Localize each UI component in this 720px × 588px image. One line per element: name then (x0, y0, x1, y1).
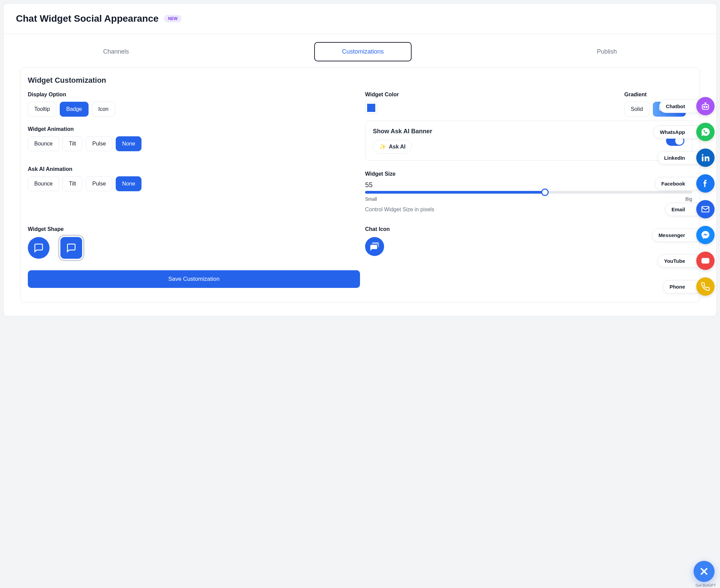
slider-fill (365, 191, 545, 194)
display-option-tooltip[interactable]: Tooltip (28, 102, 56, 117)
facebook-icon (696, 174, 715, 193)
float-label: YouTube (658, 254, 699, 268)
svg-rect-3 (702, 157, 704, 161)
widget-shape-label: Widget Shape (28, 226, 355, 232)
widget-color-section: Widget Color (365, 92, 617, 117)
main-tabs: Channels Customizations Publish (4, 34, 716, 67)
mail-icon (696, 200, 715, 218)
ask-ai-chip-label: Ask AI (389, 144, 405, 150)
widget-animation-pulse[interactable]: Pulse (86, 136, 112, 151)
float-linkedin[interactable]: LinkedIn (652, 149, 715, 167)
widget-animation-none[interactable]: None (116, 136, 141, 151)
svg-point-1 (704, 106, 705, 108)
page-card: Chat Widget Social Appearance NEW Channe… (3, 3, 717, 316)
widget-shape-square[interactable] (60, 237, 82, 259)
widget-color-swatch (367, 104, 375, 112)
chat-bubbles-icon (370, 241, 380, 252)
page-header: Chat Widget Social Appearance NEW (4, 4, 716, 34)
float-label: Messenger (652, 229, 699, 242)
widget-color-label: Widget Color (365, 92, 617, 98)
ask-ai-animation-pulse[interactable]: Pulse (86, 176, 112, 191)
ask-ai-chip[interactable]: ✨ Ask AI (373, 140, 412, 154)
widget-animation-label: Widget Animation (28, 126, 355, 132)
float-label: Email (665, 203, 699, 216)
ask-ai-banner-card: Show Ask AI Banner ✨ Ask AI (365, 121, 692, 161)
widget-size-value: 55 (365, 181, 692, 189)
float-label: WhatsApp (653, 125, 699, 139)
floating-social-menu: ChatbotWhatsAppLinkedInFacebookEmailMess… (652, 97, 715, 296)
svg-point-4 (702, 154, 704, 156)
widget-size-hint: Control Widget Size in pixels (365, 207, 692, 213)
float-youtube[interactable]: YouTube (652, 252, 715, 270)
phone-icon (696, 277, 715, 296)
chat-icon-label: Chat Icon (365, 226, 692, 232)
float-label: Chatbot (659, 100, 699, 113)
svg-point-2 (706, 106, 707, 108)
display-option-icon[interactable]: Icon (92, 102, 115, 117)
widget-size-slider[interactable]: 55 Small Big Control Widget Size in pixe… (365, 181, 692, 213)
float-label: LinkedIn (658, 151, 699, 164)
tab-publish[interactable]: Publish (583, 44, 630, 59)
widget-shape-section: Widget Shape (28, 226, 355, 259)
sparkle-icon: ✨ (379, 143, 386, 150)
chat-bubble-icon (66, 243, 76, 253)
save-customization-button[interactable]: Save Customization (28, 270, 360, 288)
tab-channels[interactable]: Channels (90, 44, 143, 59)
float-label: Phone (663, 280, 699, 293)
display-option-section: Display Option Tooltip Badge Icon Widget… (28, 92, 355, 213)
linkedin-icon (696, 149, 715, 167)
widget-shape-circle[interactable] (28, 237, 50, 259)
whatsapp-icon (696, 123, 715, 141)
ask-ai-banner-title: Show Ask AI Banner (373, 128, 432, 135)
chat-bubble-icon (34, 243, 44, 253)
bot-icon (696, 97, 715, 115)
display-option-badge[interactable]: Badge (60, 102, 88, 117)
new-badge: NEW (164, 15, 182, 22)
slider-min-label: Small (365, 196, 377, 202)
widget-size-label: Widget Size (365, 171, 692, 177)
messenger-icon (696, 226, 715, 244)
page-title: Chat Widget Social Appearance (16, 13, 158, 24)
float-messenger[interactable]: Messenger (652, 226, 715, 244)
ask-ai-animation-tilt[interactable]: Tilt (62, 176, 82, 191)
ask-ai-animation-bounce[interactable]: Bounce (28, 176, 59, 191)
float-phone[interactable]: Phone (652, 277, 715, 296)
widget-animation-bounce[interactable]: Bounce (28, 136, 59, 151)
svg-rect-0 (702, 104, 709, 109)
gradient-solid[interactable]: Solid (624, 102, 649, 117)
widget-animation-tilt[interactable]: Tilt (62, 136, 82, 151)
youtube-icon (696, 252, 715, 270)
slider-thumb[interactable] (541, 189, 549, 196)
chat-icon-section: Chat Icon (365, 226, 692, 259)
float-facebook[interactable]: Facebook (652, 174, 715, 193)
chat-icon-option[interactable] (365, 237, 384, 256)
float-whatsapp[interactable]: WhatsApp (652, 123, 715, 141)
widget-color-picker[interactable] (365, 102, 377, 114)
float-chatbot[interactable]: Chatbot (652, 97, 715, 115)
slider-track[interactable] (365, 191, 692, 194)
right-column: Widget Color Gradient Solid Gradient (365, 92, 692, 213)
float-email[interactable]: Email (652, 200, 715, 218)
ask-ai-animation-none[interactable]: None (116, 176, 141, 191)
ask-ai-animation-label: Ask AI Animation (28, 166, 355, 172)
float-label: Facebook (655, 177, 699, 190)
display-option-label: Display Option (28, 92, 355, 98)
tab-customizations[interactable]: Customizations (314, 42, 412, 61)
panel-title: Widget Customization (20, 76, 700, 92)
customization-panel: Widget Customization Display Option Tool… (20, 67, 700, 302)
